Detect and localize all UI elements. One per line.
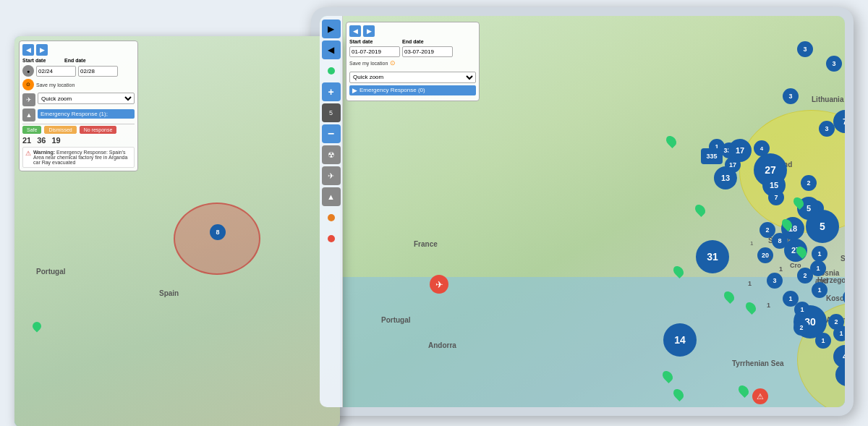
cluster-4-sm[interactable]: 4 <box>754 140 770 156</box>
warning-box-sm: ⚠ Warning: Emergency Response: Spain's A… <box>22 147 135 168</box>
cluster-1-8[interactable]: 1 <box>815 333 831 349</box>
safe-btn-sm[interactable]: Safe <box>22 126 41 134</box>
cluster-2-1[interactable]: 2 <box>801 175 817 191</box>
green-pin-2[interactable] <box>696 204 705 216</box>
map-num-1s: 1 <box>750 240 753 247</box>
emergency-play-icon: ▶ <box>352 87 357 94</box>
count-row-sm: 21 36 19 <box>22 136 135 145</box>
alert-icon-btn[interactable]: ▲ <box>322 187 341 206</box>
loc-icon-sm: ⊙ <box>22 79 34 90</box>
map-num-p1: 1 <box>767 302 770 309</box>
tablet-device: ▶ ◀ + 5 − ☢ ✈ ▲ ◀ ▶ Start da <box>311 7 854 416</box>
dismissed-btn-sm[interactable]: Dismissed <box>44 126 76 134</box>
orange-dot-btn <box>322 208 341 227</box>
map-num-cro: Cro <box>790 262 801 269</box>
minus-icon-btn[interactable]: − <box>322 124 341 143</box>
green-dot-btn[interactable] <box>322 61 341 80</box>
cluster-1-5[interactable]: 1 <box>833 325 845 341</box>
warning-icon-sm: ⚠ <box>25 150 31 157</box>
end-label-main: End date <box>402 39 424 44</box>
cluster-1-2[interactable]: 1 <box>812 246 827 262</box>
cluster-3-btm[interactable]: 3 <box>767 273 783 289</box>
status-dot-sm: ● <box>22 65 34 77</box>
cluster-7-sm[interactable]: 7 <box>768 189 784 205</box>
green-pin-12[interactable] <box>794 197 803 208</box>
end-label-sm: End date <box>64 58 104 63</box>
tablet-screen: ▶ ◀ + 5 − ☢ ✈ ▲ ◀ ▶ Start da <box>320 16 845 407</box>
green-pin-6[interactable] <box>663 370 672 382</box>
next-btn-sm[interactable]: ▶ <box>36 44 48 56</box>
cluster-3-top[interactable]: 3 <box>797 41 813 57</box>
loc-icon-main: ⊙ <box>390 59 396 67</box>
end-date-sm[interactable] <box>78 66 118 77</box>
icon-alert-sm[interactable]: ▲ <box>22 108 35 122</box>
green-pin-5[interactable] <box>746 302 755 313</box>
small-control-panel: ◀ ▶ Start date End date ● ⊙ Save my loca… <box>19 41 138 171</box>
cluster-1-4[interactable]: 1 <box>812 282 827 298</box>
map-num-1: 1 <box>779 265 783 273</box>
end-date-main[interactable] <box>402 46 453 57</box>
map-num-2s: 2 <box>768 255 771 261</box>
back-icon-btn[interactable]: ◀ <box>322 41 341 59</box>
no-response-btn-sm[interactable]: No response <box>80 126 117 134</box>
cluster-31[interactable]: 31 <box>696 240 729 273</box>
main-control-panel: ◀ ▶ Start date End date Save my location… <box>346 22 480 101</box>
save-loc-label-main: Save my location <box>349 61 388 66</box>
start-date-sm[interactable] <box>36 66 76 77</box>
status-row-sm: Safe Dismissed No response <box>22 126 135 134</box>
icon-strip: ▶ ◀ + 5 − ☢ ✈ ▲ <box>320 16 343 407</box>
count-noresp-sm: 19 <box>52 136 61 145</box>
red-dot-btn <box>322 229 341 248</box>
start-label-main: Start date <box>349 39 400 44</box>
quick-zoom-main[interactable]: Quick zoom <box>349 72 476 83</box>
green-pin-13[interactable] <box>797 246 806 257</box>
prev-btn-sm[interactable]: ◀ <box>22 44 34 56</box>
green-pin-8[interactable] <box>739 385 748 396</box>
warning-cluster[interactable]: ⚠ <box>752 388 768 404</box>
cluster-3-md1[interactable]: 3 <box>819 121 835 137</box>
start-label-sm: Start date <box>22 58 62 63</box>
cluster-3-mid[interactable]: 3 <box>783 88 799 104</box>
play-icon-btn[interactable]: ▶ <box>322 20 341 38</box>
green-pin-3[interactable] <box>674 265 683 277</box>
cluster-14[interactable]: 14 <box>663 323 697 357</box>
cluster-2-sm[interactable]: 2 <box>760 222 775 238</box>
cluster-5-2[interactable]: 5 <box>806 210 839 243</box>
small-map-window: ◀ ▶ Start date End date ● ⊙ Save my loca… <box>14 36 340 426</box>
start-date-main[interactable] <box>349 46 400 57</box>
cluster-2-btm[interactable]: 2 <box>793 320 809 336</box>
cluster-sm-main[interactable]: 8 <box>210 224 226 240</box>
nuclear-icon-btn[interactable]: ☢ <box>322 145 341 164</box>
plus-icon-btn[interactable]: + <box>322 82 341 101</box>
save-loc-label-sm: Save my location <box>36 82 75 88</box>
icon-plane-sm[interactable]: ✈ <box>22 93 35 106</box>
count-safe-sm: 21 <box>22 136 31 145</box>
next-btn-main[interactable]: ▶ <box>363 25 375 37</box>
prev-btn-main[interactable]: ◀ <box>349 25 361 37</box>
green-pin-4[interactable] <box>725 291 733 302</box>
emergency-bar-main[interactable]: ▶ Emergency Response (0) <box>349 85 476 95</box>
cluster-335[interactable]: 335 <box>701 148 723 164</box>
cluster-1-7[interactable]: 1 <box>794 302 810 318</box>
green-pin-1[interactable] <box>667 135 676 147</box>
cluster-13[interactable]: 13 <box>714 166 737 189</box>
cluster-2-3[interactable]: 2 <box>797 268 813 284</box>
plane-icon-btn[interactable]: ✈ <box>322 166 341 185</box>
green-pin-11[interactable] <box>783 218 791 230</box>
quick-zoom-sm[interactable]: Quick zoom <box>38 93 135 104</box>
green-pin-sm-1 <box>33 322 41 336</box>
map-num-1b: 1 <box>748 280 752 287</box>
green-pin-7[interactable] <box>674 388 683 400</box>
emergency-bar-sm[interactable]: Emergency Response (1); <box>38 109 135 119</box>
cluster-3-top2[interactable]: 3 <box>826 56 842 72</box>
plane-cluster[interactable]: ✈ <box>430 275 448 294</box>
count-dismissed-sm: 36 <box>37 136 46 145</box>
counter-icon-btn[interactable]: 5 <box>322 103 341 122</box>
